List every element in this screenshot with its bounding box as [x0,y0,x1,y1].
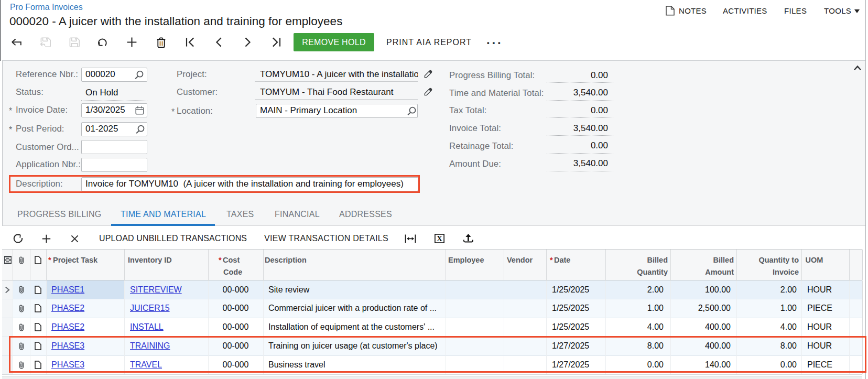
svg-text:X: X [437,234,442,243]
